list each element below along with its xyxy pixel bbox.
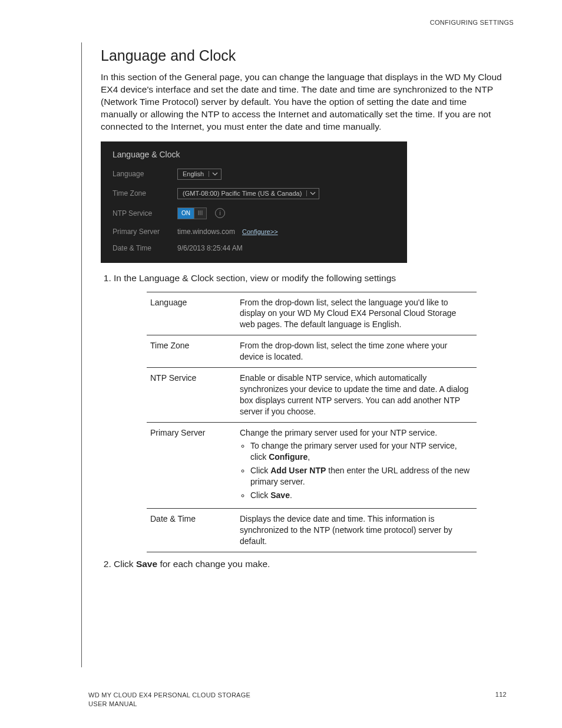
- bullet-text: Click: [250, 490, 270, 500]
- bullet-text: ,: [308, 452, 310, 462]
- primary-server-value: time.windows.com: [177, 228, 235, 236]
- step-2: Click Save for each change you make.: [114, 558, 505, 571]
- row-name: Date & Time: [147, 508, 236, 552]
- row-name: NTP Service: [147, 367, 236, 422]
- ntp-service-label: NTP Service: [113, 209, 177, 218]
- primary-server-row: Primary Server time.windows.com Configur…: [113, 228, 395, 236]
- timezone-select-value: (GMT-08:00) Pacific Time (US & Canada): [178, 189, 306, 199]
- page-number: 112: [495, 691, 507, 708]
- settings-table: Language From the drop-down list, select…: [147, 292, 477, 552]
- row-name: Primary Server: [147, 422, 236, 508]
- bullet-bold: Save: [270, 490, 290, 500]
- language-label: Language: [113, 170, 177, 178]
- datetime-label: Date & Time: [113, 244, 177, 252]
- timezone-select[interactable]: (GMT-08:00) Pacific Time (US & Canada): [177, 188, 319, 199]
- step-2-bold: Save: [136, 559, 157, 569]
- list-item: Click Save.: [250, 490, 473, 501]
- chevron-down-icon: [306, 190, 319, 196]
- table-row: Language From the drop-down list, select…: [147, 292, 477, 335]
- language-clock-panel: Language & Clock Language English Time Z…: [101, 141, 407, 263]
- panel-title: Language & Clock: [113, 150, 395, 159]
- row-desc: Displays the device date and time. This …: [236, 508, 477, 552]
- info-icon[interactable]: i: [215, 208, 225, 218]
- table-row: NTP Service Enable or disable NTP servic…: [147, 367, 477, 422]
- chevron-down-icon: [209, 171, 221, 177]
- step-1: In the Language & Clock section, view or…: [114, 272, 505, 552]
- table-row: Time Zone From the drop-down list, selec…: [147, 335, 477, 368]
- intro-paragraph: In this section of the General page, you…: [101, 71, 505, 133]
- list-item: To change the primary server used for yo…: [250, 440, 473, 463]
- bullet-text: .: [290, 490, 292, 500]
- row-desc: Enable or disable NTP service, which aut…: [236, 367, 477, 422]
- primary-bullets: To change the primary server used for yo…: [240, 440, 473, 500]
- timezone-label: Time Zone: [113, 189, 177, 197]
- table-row: Date & Time Displays the device date and…: [147, 508, 477, 552]
- datetime-value: 9/6/2013 8:25:44 AM: [177, 244, 243, 252]
- row-desc: From the drop-down list, select the lang…: [236, 292, 477, 335]
- toggle-knob: III: [194, 208, 206, 219]
- row-desc: Change the primary server used for your …: [236, 422, 477, 508]
- timezone-row: Time Zone (GMT-08:00) Pacific Time (US &…: [113, 188, 395, 199]
- primary-server-label: Primary Server: [113, 228, 177, 236]
- row-desc: From the drop-down list, select the time…: [236, 335, 477, 368]
- configure-link[interactable]: Configure>>: [242, 228, 278, 235]
- language-select[interactable]: English: [177, 169, 222, 180]
- datetime-row: Date & Time 9/6/2013 8:25:44 AM: [113, 244, 395, 252]
- page-footer: WD MY CLOUD EX4 PERSONAL CLOUD STORAGE U…: [88, 691, 507, 708]
- ntp-toggle[interactable]: ON III: [177, 207, 207, 219]
- footer-title-line1: WD MY CLOUD EX4 PERSONAL CLOUD STORAGE: [88, 691, 250, 699]
- footer-title-line2: USER MANUAL: [88, 700, 250, 708]
- bullet-text: Click: [250, 466, 270, 475]
- primary-desc-lead: Change the primary server used for your …: [240, 428, 437, 437]
- toggle-on-label: ON: [178, 208, 194, 219]
- row-name: Time Zone: [147, 335, 236, 368]
- bullet-bold: Add User NTP: [270, 466, 326, 475]
- steps-list: In the Language & Clock section, view or…: [101, 272, 505, 571]
- section-title: Language and Clock: [101, 47, 505, 64]
- main-content: Language and Clock In this section of th…: [81, 42, 505, 667]
- step-2-text: for each change you make.: [157, 559, 270, 569]
- language-select-value: English: [178, 169, 209, 179]
- row-name: Language: [147, 292, 236, 335]
- ntp-service-row: NTP Service ON III i: [113, 207, 395, 219]
- running-header: CONFIGURING SETTINGS: [430, 19, 514, 26]
- bullet-bold: Configure: [269, 452, 308, 462]
- language-row: Language English: [113, 169, 395, 180]
- list-item: Click Add User NTP then enter the URL ad…: [250, 465, 473, 487]
- step-2-text: Click: [114, 559, 136, 569]
- table-row: Primary Server Change the primary server…: [147, 422, 477, 508]
- step-1-text: In the Language & Clock section, view or…: [114, 273, 396, 283]
